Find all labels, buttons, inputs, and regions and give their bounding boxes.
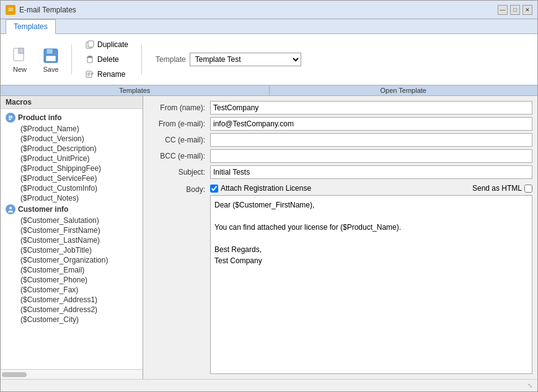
svg-marker-2 xyxy=(19,48,24,53)
delete-button[interactable]: Delete xyxy=(81,53,133,66)
subject-label: Subject: xyxy=(148,168,210,176)
left-panel: Macros Product info ($Product_Name) xyxy=(1,96,143,379)
status-bar: ⤡ xyxy=(1,379,537,391)
title-bar: ✉ E-mail Templates — □ ✕ xyxy=(1,1,537,19)
ribbon-tabs: Templates xyxy=(1,19,537,33)
svg-rect-18 xyxy=(9,116,12,117)
tab-templates[interactable]: Templates xyxy=(6,19,56,34)
body-toolbar: Attach Registration License Send as HTML xyxy=(210,184,532,193)
horizontal-scrollbar[interactable] xyxy=(1,369,143,379)
cc-input[interactable] xyxy=(210,133,532,147)
macro-product-custominfo[interactable]: ($Product_CustomInfo) xyxy=(1,183,143,193)
subject-input[interactable] xyxy=(210,165,532,179)
small-buttons-group: Duplicate Delete xyxy=(78,37,135,82)
duplicate-label: Duplicate xyxy=(97,40,128,49)
customer-info-group[interactable]: Customer info xyxy=(1,203,143,216)
macro-product-unitprice[interactable]: ($Product_UnitPrice) xyxy=(1,154,143,163)
from-name-input[interactable] xyxy=(210,101,532,115)
svg-rect-9 xyxy=(88,56,92,57)
save-button[interactable]: Save xyxy=(37,43,65,76)
macro-customer-email[interactable]: ($Customer_Email) xyxy=(1,265,143,275)
window-controls: — □ ✕ xyxy=(498,5,532,15)
macro-customer-address2[interactable]: ($Customer_Address2) xyxy=(1,305,143,315)
duplicate-icon xyxy=(85,40,95,50)
minimize-button[interactable]: — xyxy=(498,5,508,15)
send-as-html-checkbox[interactable] xyxy=(524,185,532,193)
cc-row: CC (e-mail): xyxy=(148,133,532,147)
attach-license-text: Attach Registration License xyxy=(221,184,311,193)
customer-info-icon xyxy=(6,204,15,214)
delete-label: Delete xyxy=(97,55,119,64)
bcc-input[interactable] xyxy=(210,149,532,163)
send-as-html-text: Send as HTML xyxy=(472,184,522,193)
svg-rect-19 xyxy=(9,118,12,119)
macros-tree[interactable]: Product info ($Product_Name) ($Product_V… xyxy=(1,109,143,369)
macros-header: Macros xyxy=(1,96,143,109)
svg-point-22 xyxy=(9,207,12,209)
new-button[interactable]: New xyxy=(6,43,34,76)
macro-customer-salutation[interactable]: ($Customer_Salutation) xyxy=(1,216,143,225)
body-area: Body: Attach Registration License Send a… xyxy=(148,184,532,374)
save-icon xyxy=(41,46,61,66)
ribbon: Templates New xyxy=(1,19,537,96)
from-email-label: From (e-mail): xyxy=(148,120,210,128)
resize-icon: ⤡ xyxy=(527,382,532,389)
svg-rect-20 xyxy=(9,119,11,120)
bcc-label: BCC (e-mail): xyxy=(148,152,210,160)
svg-rect-11 xyxy=(87,58,92,63)
body-label: Body: xyxy=(148,184,210,194)
duplicate-button[interactable]: Duplicate xyxy=(81,38,133,51)
rename-button[interactable]: Rename xyxy=(81,68,133,81)
template-area: Template Template Test xyxy=(148,53,309,66)
attach-license-checkbox[interactable] xyxy=(210,185,218,193)
macro-product-version[interactable]: ($Product_Version) xyxy=(1,134,143,144)
macro-customer-firstname[interactable]: ($Customer_FirstName) xyxy=(1,225,143,235)
window-title: E-mail Templates xyxy=(19,6,498,14)
ribbon-content: New Save xyxy=(1,33,537,85)
macro-customer-jobtitle[interactable]: ($Customer_JobTitle) xyxy=(1,245,143,255)
from-name-label: From (name): xyxy=(148,103,210,112)
scrollbar-thumb[interactable] xyxy=(2,372,27,377)
rename-label: Rename xyxy=(97,70,125,79)
macro-product-notes[interactable]: ($Product_Notes) xyxy=(1,193,143,203)
product-info-group[interactable]: Product info xyxy=(1,111,143,124)
main-window: ✉ E-mail Templates — □ ✕ Templates N xyxy=(0,0,538,392)
macro-customer-organization[interactable]: ($Customer_Organization) xyxy=(1,255,143,265)
macro-customer-address1[interactable]: ($Customer_Address1) xyxy=(1,295,143,305)
separator2 xyxy=(141,45,142,74)
bcc-row: BCC (e-mail): xyxy=(148,149,532,163)
attach-license-label[interactable]: Attach Registration License xyxy=(210,184,311,193)
body-textarea[interactable]: Dear ($Customer_FirstName), You can find… xyxy=(210,195,532,374)
close-button[interactable]: ✕ xyxy=(523,5,532,15)
send-as-html-label[interactable]: Send as HTML xyxy=(472,184,532,193)
template-label: Template xyxy=(156,55,186,64)
from-email-input[interactable] xyxy=(210,117,532,131)
section-label-open-template: Open Template xyxy=(270,85,538,95)
macro-customer-city[interactable]: ($Customer_City) xyxy=(1,315,143,324)
from-name-row: From (name): xyxy=(148,101,532,115)
macro-customer-lastname[interactable]: ($Customer_LastName) xyxy=(1,235,143,245)
customer-info-label: Customer info xyxy=(18,205,68,214)
macro-product-servicefee[interactable]: ($Product_ServiceFee) xyxy=(1,173,143,183)
macro-product-description[interactable]: ($Product_Description) xyxy=(1,144,143,154)
separator xyxy=(71,45,72,74)
macro-product-shippingfee[interactable]: ($Product_ShippingFee) xyxy=(1,163,143,173)
rename-icon xyxy=(85,69,95,79)
delete-icon xyxy=(85,54,95,64)
svg-rect-4 xyxy=(46,49,53,54)
save-label: Save xyxy=(43,66,58,73)
macro-customer-phone[interactable]: ($Customer_Phone) xyxy=(1,275,143,285)
subject-row: Subject: xyxy=(148,165,532,179)
section-label-templates: Templates xyxy=(1,85,270,95)
template-select[interactable]: Template Test xyxy=(190,53,301,66)
from-email-row: From (e-mail): xyxy=(148,117,532,131)
cc-label: CC (e-mail): xyxy=(148,136,210,144)
ribbon-section-labels: Templates Open Template xyxy=(1,85,537,96)
svg-rect-5 xyxy=(46,56,56,61)
window-icon: ✉ xyxy=(6,5,15,15)
macro-product-name[interactable]: ($Product_Name) xyxy=(1,124,143,134)
right-panel: From (name): From (e-mail): CC (e-mail):… xyxy=(143,96,537,379)
maximize-button[interactable]: □ xyxy=(510,5,520,15)
macro-customer-fax[interactable]: ($Customer_Fax) xyxy=(1,285,143,295)
body-right: Attach Registration License Send as HTML… xyxy=(210,184,532,374)
